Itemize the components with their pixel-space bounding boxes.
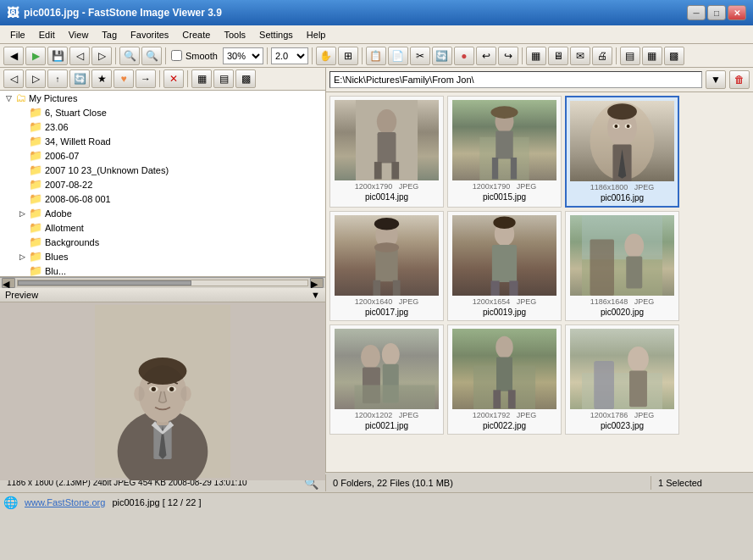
menu-help[interactable]: Help [300, 28, 333, 42]
br-nav-button[interactable]: → [136, 69, 156, 88]
thumb-item-pic0022[interactable]: 1200x1792 JPEG pic0022.jpg [447, 324, 562, 435]
menu-create[interactable]: Create [175, 28, 217, 42]
preview-expand-icon[interactable]: ▼ [311, 290, 320, 300]
menu-tag[interactable]: Tag [95, 28, 124, 42]
folder-icon: 📁 [29, 264, 42, 277]
tb-view-button[interactable]: ▤ [620, 47, 640, 65]
tree-item-4[interactable]: 📁 2007 10 23_(Unknown Dates) [0, 163, 325, 177]
hscroll-track[interactable] [17, 280, 308, 286]
thumb-item-pic0014[interactable]: 1200x1790 JPEG pic0014.jpg [329, 96, 444, 208]
address-bar: ▼ 🗑 [326, 68, 753, 92]
address-dropdown-button[interactable]: ▼ [706, 70, 726, 89]
thumb-item-pic0020[interactable]: 1186x1648 JPEG pic0020.jpg [565, 211, 679, 321]
svg-rect-56 [590, 240, 615, 297]
tree-item-1[interactable]: 📁 23.06 [0, 119, 325, 134]
tb-zoom-in-button[interactable]: 🔍 [119, 47, 140, 65]
tb-color-button[interactable]: ● [454, 47, 474, 65]
factor-select[interactable]: 2.01.53.0 [271, 47, 308, 64]
tb-view2-button[interactable]: ▦ [642, 47, 662, 65]
tree-item-3[interactable]: 📁 2006-07 [0, 148, 325, 163]
tb-view3-button[interactable]: ▩ [664, 47, 684, 65]
thumb-item-pic0015[interactable]: 1200x1790 JPEG pic0015.jpg [447, 96, 562, 208]
tree-item-10[interactable]: ▷ 📁 Blues [0, 249, 325, 263]
menu-edit[interactable]: Edit [32, 28, 62, 42]
svg-point-15 [139, 365, 187, 423]
tb-rotate-button[interactable]: 🔄 [432, 47, 452, 65]
thumb-item-pic0016[interactable]: 1186x1800 JPEG pic0016.jpg [565, 96, 679, 208]
tb-crop-button[interactable]: ✂ [410, 47, 430, 65]
preview-image [95, 302, 230, 480]
svg-rect-41 [375, 247, 397, 281]
br-grid3-button[interactable]: ▩ [235, 69, 256, 88]
menu-file[interactable]: File [3, 28, 32, 42]
thumb-img-svg [570, 215, 674, 296]
tb-next-button[interactable]: ▷ [91, 47, 112, 65]
br-delete-button[interactable]: ✕ [163, 69, 184, 88]
thumb-img-pic0020 [570, 215, 674, 296]
br-grid2-button[interactable]: ▤ [213, 69, 234, 88]
tree-item-5[interactable]: 📁 2007-08-22 [0, 177, 325, 191]
tree-item-11[interactable]: 📁 Blu... [0, 263, 325, 277]
expand-icon: ▽ [2, 94, 15, 103]
menu-settings[interactable]: Settings [252, 28, 300, 42]
tb-redo-button[interactable]: ↪ [498, 47, 518, 65]
tb-save-button[interactable]: 💾 [47, 47, 68, 65]
br-grid1-button[interactable]: ▦ [191, 69, 212, 88]
tree-item-7[interactable]: ▷ 📁 Adobe [0, 206, 325, 220]
tb-select-button[interactable]: ⊞ [338, 47, 358, 65]
tb-monitor-button[interactable]: 🖥 [548, 47, 568, 65]
tb-grid-button[interactable]: ▦ [526, 47, 546, 65]
tb-hand-button[interactable]: ✋ [316, 47, 336, 65]
br-star-button[interactable]: ★ [91, 69, 112, 88]
thumb-item-pic0021[interactable]: 1200x1202 JPEG pic0021.jpg [329, 324, 444, 435]
tb-forward-button[interactable]: ▶ [25, 47, 46, 65]
tb-sep1 [115, 47, 116, 64]
svg-rect-19 [374, 162, 382, 179]
address-clear-button[interactable]: 🗑 [729, 70, 750, 89]
hscroll-right-btn[interactable]: ▶ [310, 278, 324, 288]
tb-back-button[interactable]: ◀ [3, 47, 24, 65]
menu-tools[interactable]: Tools [217, 28, 252, 42]
tb-email-button[interactable]: ✉ [570, 47, 590, 65]
menu-view[interactable]: View [62, 28, 96, 42]
tree-item-root[interactable]: ▽ 🗂 My Pictures [0, 91, 325, 105]
tree-item-9[interactable]: 📁 Backgrounds [0, 235, 325, 249]
tb-zoom-out-button[interactable]: 🔍 [141, 47, 162, 65]
close-button[interactable]: ✕ [728, 5, 746, 20]
address-input[interactable] [329, 71, 702, 88]
menu-favorites[interactable]: Favorites [124, 28, 175, 42]
hscroll-left-btn[interactable]: ◀ [2, 278, 15, 288]
br-back-button[interactable]: ◁ [3, 69, 24, 88]
tree-item-2[interactable]: 📁 34, Willett Road [0, 134, 325, 148]
svg-rect-68 [508, 390, 516, 408]
hscroll-thumb[interactable] [18, 280, 191, 286]
thumb-dims-pic0016: 1186x1800 JPEG [570, 183, 674, 191]
tb-print-button[interactable]: 🖨 [592, 47, 612, 65]
svg-rect-48 [492, 245, 517, 282]
thumb-img-pic0019 [452, 215, 556, 296]
br-refresh-button[interactable]: 🔄 [69, 69, 90, 88]
thumb-item-pic0017[interactable]: 1200x1640 JPEG pic0017.jpg [329, 211, 444, 321]
tree-hscroll[interactable]: ◀ ▶ [0, 277, 325, 288]
tree-item-0[interactable]: 📁 6, Stuart Close [0, 105, 325, 119]
smooth-checkbox[interactable] [171, 50, 182, 61]
thumb-name-pic0014: pic0014.jpg [365, 192, 408, 202]
maximize-button[interactable]: □ [707, 5, 726, 20]
minimize-button[interactable]: ─ [687, 5, 706, 20]
thumb-item-pic0019[interactable]: 1200x1654 JPEG pic0019.jpg [447, 211, 562, 321]
br-forward-button[interactable]: ▷ [25, 69, 46, 88]
site-link[interactable]: www.FastStone.org [25, 497, 105, 507]
thumb-name-pic0019: pic0019.jpg [483, 308, 526, 317]
tree-item-6[interactable]: 📁 2008-06-08 001 [0, 191, 325, 206]
preview-image-area[interactable] [0, 302, 325, 480]
br-up-button[interactable]: ↑ [47, 69, 68, 88]
zoom-select[interactable]: 30%50%100% [223, 47, 263, 64]
tree-item-8[interactable]: 📁 Allotment [0, 220, 325, 235]
tb-paste-button[interactable]: 📄 [388, 47, 408, 65]
tb-undo-button[interactable]: ↩ [476, 47, 496, 65]
tb-prev-button[interactable]: ◁ [69, 47, 90, 65]
tb-copy-button[interactable]: 📋 [366, 47, 386, 65]
thumb-item-pic0023[interactable]: 1200x1786 JPEG pic0023.jpg [565, 324, 679, 435]
br-fav-button[interactable]: ♥ [114, 69, 134, 88]
status-selected: 1 Selected [651, 476, 753, 490]
